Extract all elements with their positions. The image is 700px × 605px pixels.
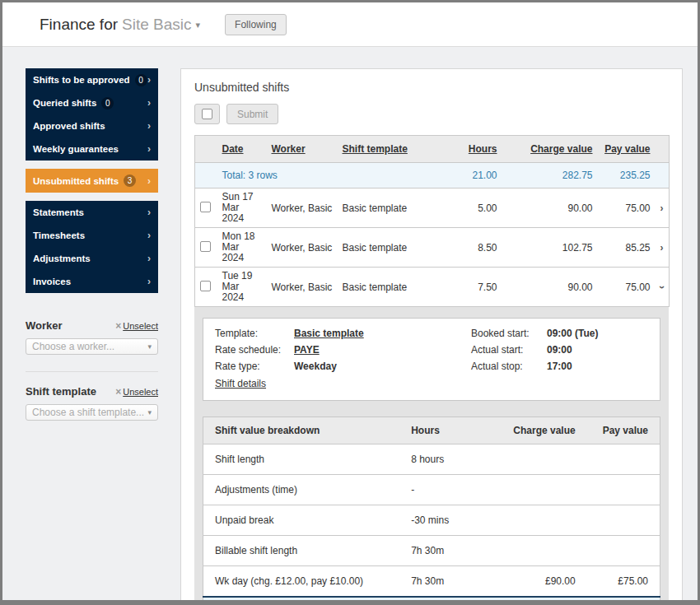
site-dropdown-caret-icon[interactable]: ▾ — [196, 20, 201, 30]
breakdown-label: Wk day (chg. £12.00, pay £10.00) — [203, 566, 400, 598]
actual-start-value: 09:00 — [547, 344, 648, 356]
totals-charge: 282.75 — [502, 163, 598, 188]
collapse-row-icon[interactable]: › — [656, 286, 668, 289]
shift-row-mon-18[interactable]: Mon 18Mar 2024 Worker, Basic Basic templ… — [195, 228, 670, 268]
shift-pay: 75.00 — [598, 268, 656, 307]
sidebar-item-approved-shifts[interactable]: Approved shifts › — [26, 114, 158, 137]
sidebar-item-label: Invoices — [33, 277, 71, 286]
breakdown-pay — [587, 475, 660, 505]
shift-hours: 8.50 — [436, 228, 502, 268]
sidebar-item-invoices[interactable]: Invoices › — [26, 270, 158, 293]
row-checkbox[interactable] — [200, 281, 211, 291]
shifts-table: Date Worker Shift template Hours Charge … — [194, 135, 670, 307]
template-filter-label: Shift template — [26, 385, 96, 398]
header-checkbox-spacer — [195, 136, 217, 163]
totals-hours: 21.00 — [436, 163, 502, 188]
column-header-date: Date — [217, 136, 267, 163]
rate-type-value: Weekday — [294, 361, 471, 372]
row-checkbox[interactable] — [200, 202, 211, 212]
unselect-label: Unselect — [123, 387, 158, 397]
worker-select[interactable]: Choose a worker... ▾ — [26, 338, 158, 355]
breakdown-charge — [500, 475, 586, 505]
table-header-row: Date Worker Shift template Hours Charge … — [195, 136, 670, 163]
chevron-right-icon: › — [147, 230, 151, 241]
breakdown-header-label: Shift value breakdown — [203, 417, 400, 444]
sidebar-item-shifts-to-be-approved[interactable]: Shifts to be approved 0 › — [26, 68, 158, 91]
expand-row-icon[interactable]: › — [660, 202, 664, 214]
shift-charge: 90.00 — [502, 268, 598, 307]
sidebar-item-weekly-guarantees[interactable]: Weekly guarantees › — [26, 137, 158, 161]
site-selector[interactable]: Site Basic — [122, 16, 191, 33]
chevron-right-icon: › — [147, 175, 151, 187]
shift-detail-card: Template: Basic template Booked start: 0… — [203, 318, 660, 401]
actual-start-label: Actual start: — [471, 344, 547, 356]
select-all-button[interactable] — [194, 104, 220, 124]
totals-pay: 235.25 — [598, 163, 656, 188]
breakdown-header-hours: Hours — [399, 417, 500, 444]
expanded-shift-detail: Template: Basic template Booked start: 0… — [194, 307, 669, 605]
shift-hours: 7.50 — [436, 268, 502, 307]
worker-unselect-link[interactable]: ×Unselect — [115, 320, 158, 332]
template-select[interactable]: Choose a shift template... ▾ — [26, 404, 158, 421]
sidebar-item-label: Queried shifts — [33, 98, 96, 108]
count-badge: 0 — [101, 97, 114, 109]
breakdown-pay: £75.00 — [587, 566, 660, 598]
expand-row-icon[interactable]: › — [660, 242, 664, 254]
breakdown-total-row: Total £90.00 £75.00 — [203, 597, 660, 605]
filter-panel: Worker ×Unselect Choose a worker... ▾ Sh… — [26, 319, 158, 421]
template-unselect-link[interactable]: ×Unselect — [115, 386, 158, 398]
sidebar-item-unsubmitted-shifts[interactable]: Unsubmitted shifts 3 › — [26, 169, 158, 193]
chevron-right-icon: › — [147, 253, 151, 264]
sidebar-item-label: Adjustments — [33, 254, 91, 263]
header-chevron-spacer — [656, 136, 670, 163]
column-header-shift-template: Shift template — [338, 136, 436, 163]
following-button[interactable]: Following — [225, 14, 287, 35]
breakdown-label: Adjustments (time) — [203, 475, 400, 505]
shift-details-link[interactable]: Shift details — [215, 378, 266, 389]
booked-start-label: Booked start: — [471, 328, 547, 339]
worker-filter-label: Worker — [26, 319, 63, 332]
shift-row-sun-17[interactable]: Sun 17Mar 2024 Worker, Basic Basic templ… — [195, 188, 670, 228]
breakdown-total-pay: £75.00 — [587, 597, 660, 605]
breakdown-hours: - — [399, 475, 500, 505]
template-value-link[interactable]: Basic template — [294, 328, 471, 339]
sidebar-item-label: Unsubmitted shifts — [33, 176, 119, 186]
breakdown-label: Shift length — [203, 444, 400, 475]
sidebar-item-timesheets[interactable]: Timesheets › — [26, 224, 158, 247]
chevron-right-icon: › — [147, 74, 151, 86]
sidebar-group-documents: Statements › Timesheets › Adjustments › … — [26, 201, 158, 293]
sidebar-group-approvals: Shifts to be approved 0 › Queried shifts… — [26, 68, 158, 161]
rate-schedule-label: Rate schedule: — [215, 344, 294, 356]
chevron-right-icon: › — [147, 120, 151, 132]
worker-select-value: Choose a worker... — [32, 341, 114, 352]
page-title-prefix: Finance for — [40, 16, 118, 33]
breakdown-pay — [587, 505, 660, 536]
sidebar-item-queried-shifts[interactable]: Queried shifts 0 › — [26, 91, 158, 114]
breakdown-label: Unpaid break — [203, 505, 400, 536]
sidebar-item-label: Statements — [33, 207, 84, 217]
count-badge: 3 — [124, 175, 136, 187]
clear-icon: × — [115, 386, 121, 398]
breakdown-row-wk-day-rate: Wk day (chg. £12.00, pay £10.00) 7h 30m … — [203, 566, 660, 598]
sidebar: Shifts to be approved 0 › Queried shifts… — [26, 68, 158, 421]
breakdown-row-adjustments: Adjustments (time) - — [203, 475, 660, 505]
totals-row: Total: 3 rows 21.00 282.75 235.25 — [195, 163, 670, 188]
sidebar-item-statements[interactable]: Statements › — [26, 201, 158, 224]
clear-icon: × — [115, 320, 121, 332]
row-checkbox[interactable] — [200, 241, 211, 252]
booked-start-value: 09:00 (Tue) — [547, 328, 648, 339]
breakdown-charge — [500, 536, 586, 566]
actual-stop-value: 17:00 — [547, 361, 648, 372]
breakdown-charge — [500, 444, 586, 475]
shift-worker: Worker, Basic — [267, 228, 338, 268]
select-all-checkbox[interactable] — [202, 109, 212, 119]
sidebar-item-label: Weekly guarantees — [33, 144, 119, 154]
shift-row-tue-19[interactable]: Tue 19Mar 2024 Worker, Basic Basic templ… — [195, 268, 670, 307]
sidebar-item-adjustments[interactable]: Adjustments › — [26, 247, 158, 270]
sidebar-item-label: Approved shifts — [33, 121, 105, 131]
submit-button[interactable]: Submit — [226, 104, 278, 124]
rate-schedule-value-link[interactable]: PAYE — [294, 344, 471, 356]
template-label: Template: — [215, 328, 294, 339]
breakdown-hours: -30 mins — [399, 505, 500, 536]
breakdown-charge: £90.00 — [500, 566, 586, 598]
